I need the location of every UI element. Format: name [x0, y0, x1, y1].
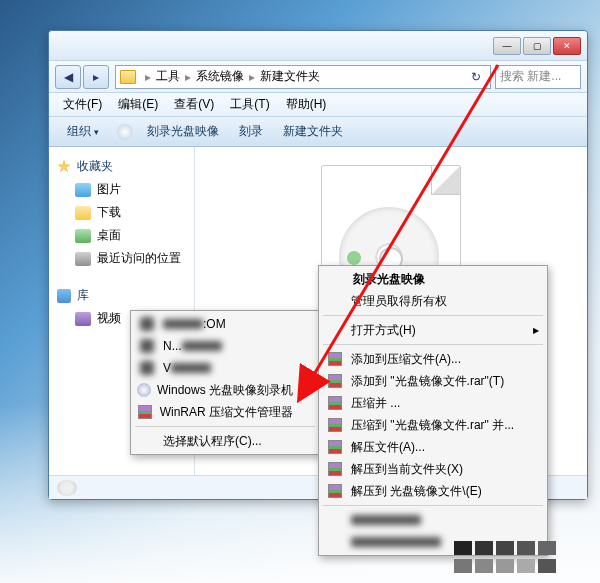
- menu-item-hidden[interactable]: N...: [133, 335, 317, 357]
- minimize-button[interactable]: —: [493, 37, 521, 55]
- menu-item-compress-named-email[interactable]: 压缩到 "光盘镜像文件.rar" 并...: [321, 414, 545, 436]
- menu-item-extract-to[interactable]: 解压到 光盘镜像文件\(E): [321, 480, 545, 502]
- favorites-header[interactable]: 收藏夹: [55, 155, 188, 178]
- menu-item-open-with[interactable]: 打开方式(H): [321, 319, 545, 341]
- menu-item-take-ownership[interactable]: 管理员取得所有权: [321, 290, 545, 312]
- menu-item-hidden[interactable]: [321, 509, 545, 531]
- winrar-icon: [328, 440, 342, 454]
- breadcrumb-item[interactable]: 新建文件夹: [258, 68, 322, 85]
- menu-view[interactable]: 查看(V): [166, 93, 222, 116]
- refresh-icon[interactable]: ↻: [466, 70, 486, 84]
- sidebar-item-downloads[interactable]: 下载: [55, 201, 188, 224]
- menu-file[interactable]: 文件(F): [55, 93, 110, 116]
- menu-item-extract[interactable]: 解压文件(A)...: [321, 436, 545, 458]
- breadcrumb-item[interactable]: 系统镜像: [194, 68, 246, 85]
- close-button[interactable]: ✕: [553, 37, 581, 55]
- folder-icon: [120, 70, 136, 84]
- menu-item-add-to-named[interactable]: 添加到 "光盘镜像文件.rar"(T): [321, 370, 545, 392]
- downloads-icon: [75, 206, 91, 220]
- organize-button[interactable]: 组织: [57, 119, 109, 144]
- sidebar-item-desktop[interactable]: 桌面: [55, 224, 188, 247]
- context-menu: 刻录光盘映像 管理员取得所有权 打开方式(H) 添加到压缩文件(A)... 添加…: [318, 265, 548, 556]
- sidebar-item-pictures[interactable]: 图片: [55, 178, 188, 201]
- open-with-submenu: :OM N... V Windows 光盘映像刻录机 WinRAR 压缩文件管理…: [130, 310, 320, 455]
- menu-bar: 文件(F) 编辑(E) 查看(V) 工具(T) 帮助(H): [49, 93, 587, 117]
- disc-icon: [117, 124, 133, 140]
- winrar-icon: [328, 418, 342, 432]
- winrar-icon: [328, 396, 342, 410]
- breadcrumb[interactable]: ▸ 工具 ▸ 系统镜像 ▸ 新建文件夹 ↻: [115, 65, 491, 89]
- burn-image-button[interactable]: 刻录光盘映像: [137, 119, 229, 144]
- burn-button[interactable]: 刻录: [229, 119, 273, 144]
- search-input[interactable]: 搜索 新建...: [495, 65, 581, 89]
- menu-item-windows-burner[interactable]: Windows 光盘映像刻录机: [133, 379, 317, 401]
- menu-item-add-to-archive[interactable]: 添加到压缩文件(A)...: [321, 348, 545, 370]
- menu-item-winrar[interactable]: WinRAR 压缩文件管理器: [133, 401, 317, 423]
- winrar-icon: [328, 484, 342, 498]
- nav-forward-button[interactable]: ▸: [83, 65, 109, 89]
- menu-edit[interactable]: 编辑(E): [110, 93, 166, 116]
- menu-help[interactable]: 帮助(H): [278, 93, 335, 116]
- address-bar: ◀ ▸ ▸ 工具 ▸ 系统镜像 ▸ 新建文件夹 ↻ 搜索 新建...: [49, 61, 587, 93]
- toolbar: 组织 刻录光盘映像 刻录 新建文件夹: [49, 117, 587, 147]
- breadcrumb-item[interactable]: 工具: [154, 68, 182, 85]
- pictures-icon: [75, 183, 91, 197]
- menu-item-compress-email[interactable]: 压缩并 ...: [321, 392, 545, 414]
- menu-item-choose-default[interactable]: 选择默认程序(C)...: [133, 430, 317, 452]
- winrar-icon: [328, 374, 342, 388]
- new-folder-button[interactable]: 新建文件夹: [273, 119, 353, 144]
- menu-item-burn-image[interactable]: 刻录光盘映像: [321, 268, 545, 290]
- menu-item-extract-here[interactable]: 解压到当前文件夹(X): [321, 458, 545, 480]
- menu-item-hidden[interactable]: V: [133, 357, 317, 379]
- desktop-icon: [75, 229, 91, 243]
- videos-icon: [75, 312, 91, 326]
- menu-item-hidden[interactable]: :OM: [133, 313, 317, 335]
- recent-icon: [75, 252, 91, 266]
- winrar-icon: [138, 405, 152, 419]
- nav-back-button[interactable]: ◀: [55, 65, 81, 89]
- color-swatches: [454, 541, 594, 577]
- winrar-icon: [328, 462, 342, 476]
- titlebar: — ▢ ✕: [49, 31, 587, 61]
- maximize-button[interactable]: ▢: [523, 37, 551, 55]
- disc-icon: [57, 480, 77, 496]
- menu-tools[interactable]: 工具(T): [222, 93, 277, 116]
- sidebar-item-recent[interactable]: 最近访问的位置: [55, 247, 188, 270]
- libraries-header[interactable]: 库: [55, 284, 188, 307]
- winrar-icon: [328, 352, 342, 366]
